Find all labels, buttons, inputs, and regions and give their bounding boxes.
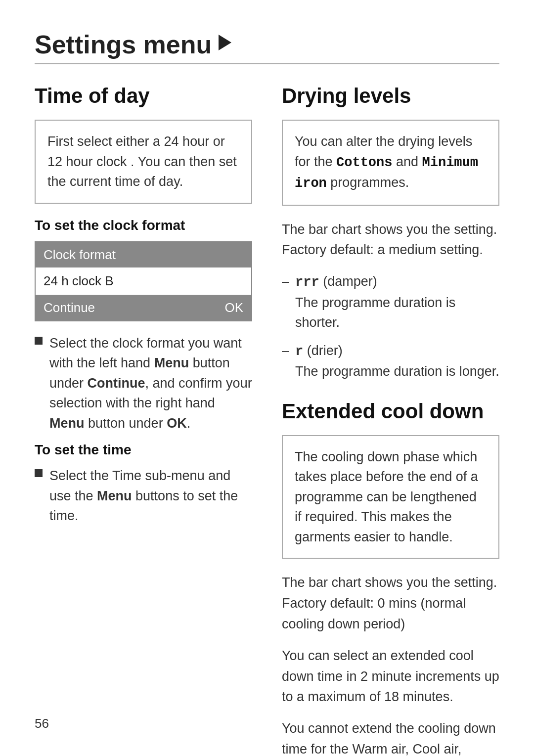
- header-rule: [35, 63, 499, 64]
- dash1-label: rrr: [295, 275, 319, 290]
- bullet-item-2: Select the Time sub-menu and use the Men…: [35, 466, 252, 526]
- drying-levels-title: Drying levels: [282, 84, 499, 108]
- two-column-layout: Time of day First select either a 24 hou…: [35, 84, 499, 756]
- cool-box-text: The cooling down phase which takes place…: [295, 449, 478, 544]
- cool-down-box: The cooling down phase which takes place…: [282, 435, 499, 559]
- page-number: 56: [35, 716, 49, 731]
- bullet1-bold1: Menu: [154, 356, 189, 370]
- bullet2-bold: Menu: [97, 489, 132, 503]
- bullet1-mid3: button under OK.: [85, 416, 191, 431]
- dash2-line1: r (drier): [295, 341, 499, 362]
- clock-widget-row-text: 24 h clock B: [44, 273, 114, 288]
- bullet-square-2: [35, 469, 43, 477]
- page-header: Settings menu: [35, 30, 499, 59]
- bullet-item-2-text: Select the Time sub-menu and use the Men…: [49, 466, 252, 526]
- drying-box-bold1: Cottons: [336, 155, 392, 170]
- dash2-desc: (drier): [307, 343, 343, 358]
- clock-format-heading: To set the clock format: [35, 218, 252, 233]
- clock-widget-ok[interactable]: OK: [224, 300, 243, 315]
- cool-body1: The bar chart shows you the setting. Fac…: [282, 573, 499, 635]
- dash2-sub: The programme duration is longer.: [295, 361, 499, 382]
- flag-icon: [219, 35, 231, 50]
- dash1-sub: The programme duration is shorter.: [295, 293, 499, 333]
- clock-widget-continue[interactable]: Continue: [44, 300, 95, 315]
- bullet-square-1: [35, 337, 43, 345]
- extended-cool-down-title: Extended cool down: [282, 400, 499, 423]
- clock-widget-header-label: Clock format: [44, 247, 116, 262]
- to-set-time-heading: To set the time: [35, 442, 252, 458]
- cool-body2: You can select an extended cool down tim…: [282, 646, 499, 708]
- dash2-label: r: [295, 344, 303, 359]
- drying-box-mid: and: [392, 154, 422, 169]
- dash-symbol-2: –: [282, 341, 289, 361]
- dash1-desc: (damper): [323, 274, 377, 289]
- drying-body1: The bar chart shows you the setting. Fac…: [282, 220, 499, 261]
- dash-symbol-1: –: [282, 271, 289, 292]
- drying-levels-box: You can alter the drying levels for the …: [282, 120, 499, 206]
- time-of-day-intro-box: First select either a 24 hour or 12 hour…: [35, 120, 252, 204]
- bullet1-continue: Continue: [88, 376, 145, 391]
- clock-widget-footer: Continue OK: [36, 295, 251, 320]
- dash-item-1: – rrr (damper) The programme duration is…: [282, 271, 499, 333]
- dash-item-2-content: r (drier) The programme duration is long…: [295, 341, 499, 382]
- time-of-day-intro-text: First select either a 24 hour or 12 hour…: [47, 134, 237, 189]
- page-title: Settings menu: [35, 30, 212, 59]
- bullet-item-1: Select the clock format you want with th…: [35, 333, 252, 434]
- bullet-item-1-text: Select the clock format you want with th…: [49, 333, 252, 434]
- bullet1-ok: OK: [167, 416, 187, 431]
- clock-widget-row: 24 h clock B: [36, 267, 251, 295]
- dash-item-1-content: rrr (damper) The programme duration is s…: [295, 271, 499, 333]
- clock-widget-header: Clock format: [36, 242, 251, 267]
- cool-body3: You cannot extend the cooling down time …: [282, 718, 499, 756]
- time-of-day-title: Time of day: [35, 84, 252, 108]
- dash1-line1: rrr (damper): [295, 271, 499, 293]
- left-column: Time of day First select either a 24 hou…: [35, 84, 252, 756]
- clock-widget: Clock format 24 h clock B Continue OK: [35, 241, 252, 321]
- drying-box-post: programmes.: [327, 175, 409, 190]
- dash-item-2: – r (drier) The programme duration is lo…: [282, 341, 499, 382]
- right-column: Drying levels You can alter the drying l…: [282, 84, 499, 756]
- bullet1-bold3: Menu: [49, 416, 85, 431]
